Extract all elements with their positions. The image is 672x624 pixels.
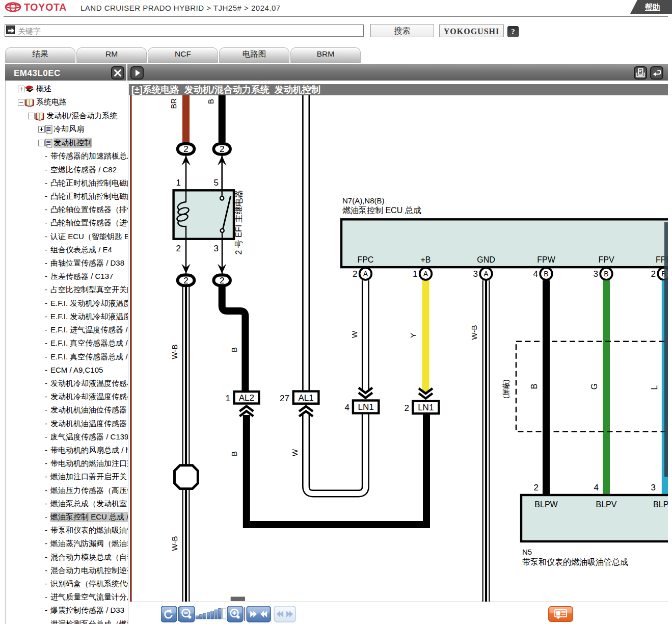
svg-text:FPV: FPV [598,255,614,264]
svg-text:(屏蔽): (屏蔽) [502,379,510,398]
svg-text:G: G [590,383,599,389]
svg-text:AL1: AL1 [298,393,313,403]
svg-text:FPC: FPC [357,255,373,264]
svg-text:3: 3 [473,269,478,279]
svg-text:B: B [230,347,238,352]
svg-text:B: B [604,270,608,278]
svg-text:A: A [483,270,489,278]
svg-text:W-B: W-B [470,325,478,340]
svg-text:L: L [650,385,659,389]
svg-text:4: 4 [594,483,599,492]
svg-text:B: B [230,451,238,456]
svg-text:B: B [206,99,215,104]
svg-text:2: 2 [220,144,224,154]
svg-text:2: 2 [176,244,181,253]
svg-text:5: 5 [214,178,219,188]
svg-text:3: 3 [594,269,598,279]
svg-text:A: A [423,270,428,278]
svg-text:BLPV: BLPV [596,500,617,509]
svg-text:W-B: W-B [170,345,179,359]
svg-text:BR: BR [169,98,178,109]
svg-text:2: 2 [353,269,357,279]
svg-text:2 号 EFI 主继电器: 2 号 EFI 主继电器 [234,190,243,254]
svg-text:2: 2 [534,483,539,492]
svg-text:A: A [363,270,368,278]
svg-text:AL2: AL2 [239,393,254,403]
svg-text:LN1: LN1 [358,402,374,412]
svg-text:Y: Y [409,333,417,338]
svg-text:1: 1 [413,269,417,279]
svg-text:2: 2 [183,276,188,285]
svg-text:2: 2 [405,403,409,413]
svg-text:FPW: FPW [537,255,555,264]
svg-text:3: 3 [651,483,656,492]
svg-text:W: W [350,330,359,338]
svg-text:2: 2 [220,276,224,285]
svg-text:B: B [530,384,539,389]
svg-text:1: 1 [176,178,181,188]
svg-text:4: 4 [533,269,538,279]
svg-text:LN1: LN1 [418,403,434,412]
svg-text:1: 1 [226,394,230,403]
svg-text:N5: N5 [522,548,532,556]
svg-text:BLPW: BLPW [534,500,558,509]
svg-text:27: 27 [280,394,289,403]
svg-text:TOYOTA: TOYOTA [24,2,67,13]
svg-text:BLPR: BLPR [653,500,668,509]
svg-text:N7(A),N8(B): N7(A),N8(B) [342,196,385,205]
svg-text:B: B [544,270,548,278]
svg-text:GND: GND [477,255,495,264]
svg-text:+B: +B [420,255,431,264]
svg-text:2: 2 [651,269,656,279]
svg-text:带泵和仪表的燃油吸油管总成: 带泵和仪表的燃油吸油管总成 [522,558,628,566]
svg-text:3: 3 [214,244,219,253]
svg-text:W: W [290,449,299,456]
svg-text:4: 4 [345,403,350,412]
svg-text:W-B: W-B [170,536,179,551]
svg-text:燃油泵控制 ECU 总成: 燃油泵控制 ECU 总成 [342,206,421,215]
svg-text:2: 2 [183,144,188,154]
